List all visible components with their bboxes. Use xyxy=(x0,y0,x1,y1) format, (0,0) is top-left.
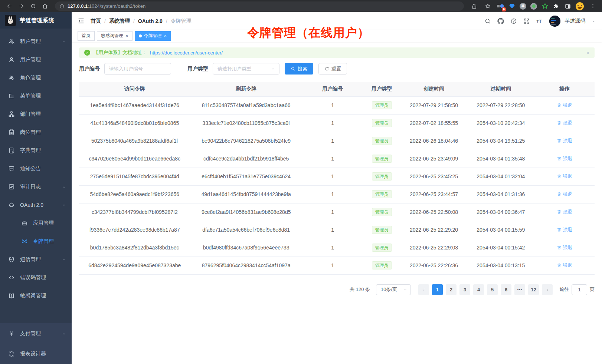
expire-time-cell: 2054-03-04 01:32:04 xyxy=(467,168,534,185)
search-button[interactable]: 搜索 xyxy=(285,63,313,75)
sidebar-item-dict[interactable]: 字典管理 xyxy=(0,141,72,159)
chevron-down-icon xyxy=(62,257,66,262)
force-logout-button[interactable]: 强退 xyxy=(557,262,572,269)
action-cell: 强退 xyxy=(534,150,595,168)
browser-home-button[interactable] xyxy=(40,1,50,11)
force-logout-button[interactable]: 强退 xyxy=(557,244,572,251)
pagination-page-3[interactable]: 3 xyxy=(459,284,470,295)
force-logout-button[interactable]: 强退 xyxy=(557,138,572,144)
force-logout-button[interactable]: 强退 xyxy=(557,120,572,126)
browser-forward-button[interactable] xyxy=(16,1,26,11)
force-logout-button[interactable]: 强退 xyxy=(557,155,572,162)
goto-page-input[interactable] xyxy=(572,284,587,295)
bookmark-star-icon[interactable] xyxy=(483,1,493,11)
sidebar-item-sms[interactable]: 短信管理 xyxy=(0,250,72,268)
action-cell: 强退 xyxy=(534,257,595,274)
app-logo-row[interactable]: 芋道管理系统 xyxy=(0,12,72,29)
sidebar-item-report[interactable]: 报表设计器 xyxy=(0,344,72,364)
sidebar-item-pay[interactable]: 支付管理 xyxy=(0,323,72,344)
close-icon[interactable]: × xyxy=(125,33,128,38)
reset-button[interactable]: 重置 xyxy=(318,63,347,75)
expire-time-cell: 2054-03-04 00:15:59 xyxy=(467,221,534,239)
breadcrumb: 首页/系统管理/OAuth 2.0/令牌管理 xyxy=(91,18,192,24)
force-logout-button[interactable]: 强退 xyxy=(557,209,572,215)
pagination-page-2[interactable]: 2 xyxy=(446,284,457,295)
breadcrumb-item[interactable]: OAuth 2.0 xyxy=(138,18,163,24)
table-row: 1ea5e44f8bc1467aaede43144f31de76811c5304… xyxy=(79,96,595,114)
close-icon[interactable]: × xyxy=(164,33,167,38)
tab-首页[interactable]: 首页 xyxy=(78,31,95,41)
refresh-token-cell: 9ce8ef2aa9f14056b831ae9b608e28d5 xyxy=(190,203,302,221)
extension-command-icon[interactable]: ⌘ xyxy=(520,3,526,10)
browser-reload-button[interactable] xyxy=(28,1,38,11)
share-icon[interactable] xyxy=(469,1,479,11)
sidebar-item-oauth2-app[interactable]: 应用管理 xyxy=(0,214,72,232)
tab-令牌管理[interactable]: 令牌管理× xyxy=(135,31,171,41)
sidebar-item-role[interactable]: 角色管理 xyxy=(0,69,72,87)
sidebar-item-post[interactable]: 岗位管理 xyxy=(0,123,72,141)
created-time-cell: 2022-07-02 18:55:55 xyxy=(400,114,467,132)
pagination-prev-button[interactable] xyxy=(418,284,429,295)
side-panel-icon[interactable] xyxy=(564,3,572,10)
force-logout-button[interactable]: 强退 xyxy=(557,102,572,109)
notice-link[interactable]: https://doc.iocoder.cn/user-center/ xyxy=(150,50,223,56)
browser-back-button[interactable] xyxy=(4,1,14,11)
sidebar-item-dept[interactable]: 部门管理 xyxy=(0,105,72,123)
force-logout-button[interactable]: 强退 xyxy=(557,173,572,180)
sidebar-item-user[interactable]: 用户管理 xyxy=(0,50,72,69)
pagination-goto: 前往 页 xyxy=(559,284,595,295)
sidebar-item-audit-log[interactable]: 审计日志 xyxy=(0,178,72,196)
page-size-select[interactable]: 10条/页 xyxy=(376,284,411,295)
refresh-token-cell: 49d1aa46d1454fbd87591444423be9fa xyxy=(190,185,302,203)
extension-recorder-icon[interactable] xyxy=(530,3,537,10)
refresh-token-cell: e6cfd40eb1f54571a31e775e039c4624 xyxy=(190,168,302,185)
sidebar-item-oauth2-token[interactable]: 令牌管理 xyxy=(0,232,72,250)
github-icon[interactable] xyxy=(497,18,504,24)
user-menu-caret-icon[interactable] xyxy=(592,18,596,24)
extensions-puzzle-icon[interactable] xyxy=(553,3,560,10)
breadcrumb-item[interactable]: 首页 xyxy=(91,18,101,24)
success-check-icon xyxy=(84,50,90,56)
font-size-icon[interactable] xyxy=(536,18,543,24)
user-type-select[interactable]: 请选择用户类型 xyxy=(213,63,279,75)
user-avatar[interactable] xyxy=(549,16,560,27)
user-id-label: 用户编号 xyxy=(79,66,100,72)
pagination-page-6[interactable]: 6 xyxy=(501,284,511,295)
force-logout-button[interactable]: 强退 xyxy=(557,191,572,198)
sidebar-item-oauth2[interactable]: OAuth 2.0 xyxy=(0,196,72,214)
fullscreen-icon[interactable] xyxy=(523,18,530,24)
force-logout-button[interactable]: 强退 xyxy=(557,226,572,233)
pagination-more-button[interactable]: ••• xyxy=(514,284,525,295)
sidebar-item-errcode[interactable]: 错误码管理 xyxy=(0,268,72,287)
screen: 127.0.0.1:1024/system/oauth2/token 9 ⌘ 芋… xyxy=(0,0,602,364)
table-row: c342377bf8b344799dcbf7bf095287f29ce8ef2a… xyxy=(79,203,595,221)
sidebar-item-sensitive[interactable]: 敏感词管理 xyxy=(0,287,72,305)
tab-敏感词管理[interactable]: 敏感词管理× xyxy=(97,31,132,41)
extension-blue-diamond-icon[interactable]: 9 xyxy=(497,3,504,10)
extension-gem-icon[interactable] xyxy=(508,3,516,10)
pagination-page-1[interactable]: 1 xyxy=(432,284,443,295)
sidebar-fold-icon[interactable] xyxy=(78,17,85,24)
refresh-token-cell: 811c530487574fa0af1a59d3abc1aa66 xyxy=(190,96,302,114)
notice-close-icon[interactable]: × xyxy=(586,50,589,56)
user-id-cell: 1 xyxy=(302,96,363,114)
sidebar-item-label: 支付管理 xyxy=(20,330,56,337)
extension-green-star-icon[interactable] xyxy=(541,3,549,10)
content: 【用户体系】文档地址： https://doc.iocoder.cn/user-… xyxy=(72,42,602,364)
pagination-page-5[interactable]: 5 xyxy=(487,284,498,295)
browser-profile-avatar[interactable] xyxy=(576,2,584,10)
sidebar-item-menu[interactable]: 菜单管理 xyxy=(0,87,72,105)
sidebar-item-tenant[interactable]: 租户管理 xyxy=(0,32,72,50)
pagination-page-12[interactable]: 12 xyxy=(528,284,539,295)
pagination-next-button[interactable] xyxy=(542,284,553,295)
browser-menu-icon[interactable] xyxy=(588,1,598,11)
search-icon[interactable] xyxy=(484,18,491,24)
access-token-cell: 6d842e2924594de9a09e45e087323abe xyxy=(79,257,190,274)
site-info-icon[interactable] xyxy=(59,4,65,9)
help-icon[interactable] xyxy=(510,18,517,24)
address-bar[interactable]: 127.0.0.1:1024/system/oauth2/token xyxy=(55,1,464,11)
user-id-input[interactable] xyxy=(104,63,171,75)
sidebar-item-notice[interactable]: 通知公告 xyxy=(0,159,72,178)
breadcrumb-item[interactable]: 系统管理 xyxy=(109,18,130,24)
pagination-page-4[interactable]: 4 xyxy=(473,284,484,295)
